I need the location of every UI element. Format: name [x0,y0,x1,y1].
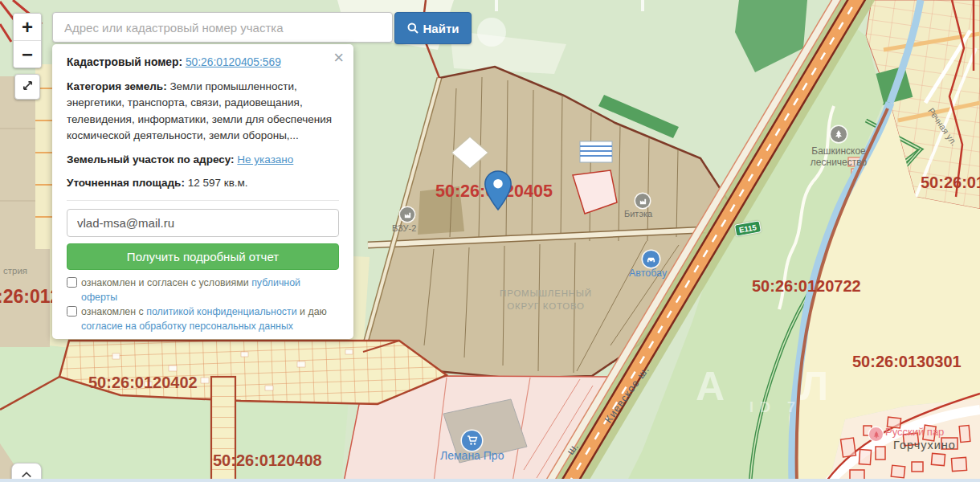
forestry-icon [831,126,847,142]
get-report-button[interactable]: Получить подробный отчет [67,243,339,270]
fullscreen-button[interactable] [14,74,40,100]
place-label-striya: стрия [3,266,27,276]
cadastral-number-row: Кадастровый номер: 50:26:0120405:569 [67,55,339,71]
park-label: Русский пар [885,427,944,438]
lemana-label: Лемана Про [440,450,504,462]
zoom-out-button[interactable]: − [14,40,41,67]
district-label-line2: ОКРУГ КОТОВО [480,300,612,313]
bottom-strip [0,479,980,482]
district-label-line1: ПРОМЫШЛЕННЫЙ [480,288,612,300]
zoom-in-button[interactable]: + [14,14,41,40]
forestry-label-line2: лесничество [802,157,876,169]
divider [67,200,339,201]
address-label: Земельный участок по адресу: [67,153,235,165]
search-icon [407,22,419,34]
search-input[interactable] [52,12,393,43]
parcel-label-0130301: 50:26:0130301 [852,353,962,370]
parcel-label-0120402: 50:26:0120402 [88,374,198,391]
parcel-label-left-partial: :26:012 [0,287,60,307]
address-link[interactable]: Не указано [237,153,293,165]
privacy-consent-row: ознакомлен с политикой конфиденциальност… [67,305,339,333]
privacy-consent-text1: ознакомлен с [81,306,144,317]
search-button[interactable]: Найти [394,12,472,44]
offer-consent-row: ознакомлен и согласен с условиями публич… [67,276,339,304]
map-pin-marker [484,170,512,214]
avtobau-label: Автобау [629,268,667,280]
close-icon[interactable]: × [333,49,344,67]
personal-data-link[interactable]: согласие на обработку персональных данны… [81,321,293,332]
offer-consent-text: ознакомлен и согласен с условиями [81,277,249,288]
parcel-label-0120722: 50:26:0120722 [752,277,861,295]
expand-icon [22,80,34,95]
cadastral-number-link[interactable]: 50:26:0120405:569 [186,56,281,68]
biteka-icon [635,194,650,208]
lemana-cart-icon [462,431,482,451]
zoom-controls: + − [13,13,42,68]
vzu-icon [400,207,414,222]
vzu-label: ВЗУ-2 [392,223,416,233]
area-label: Уточненная площадь: [67,177,185,189]
consent-section: ознакомлен и согласен с условиями публич… [67,276,339,333]
cadastral-map-app: { "colors": { "accent_blue": "#3878b6", … [0,0,980,482]
offer-consent-checkbox[interactable] [67,277,77,288]
address-row: Земельный участок по адресу: Не указано [67,152,339,168]
area-row: Уточненная площадь: 12 597 кв.м. [67,175,339,191]
privacy-policy-link[interactable]: политикой конфиденциальности [146,306,296,317]
area-value: 12 597 кв.м. [188,177,248,189]
village-label-gorchuhino: Горчухино [893,439,956,452]
parcel-label-right-partial: 50:26:01 [921,174,980,191]
privacy-consent-text2: и даю [300,306,327,317]
avtobau-icon [643,251,659,268]
parcel-label-0120408: 50:26:0120408 [213,451,322,469]
land-category-row: Категория земель: Земли промышленности, … [67,79,339,144]
biteka-label: Битэка [624,209,652,219]
striped-building [580,141,612,162]
privacy-consent-checkbox[interactable] [67,306,77,317]
cadastral-number-label: Кадастровый номер: [67,56,182,68]
forestry-label: Башкинское лесничество [802,146,876,169]
land-category-label: Категория земель: [67,80,167,92]
forestry-label-line1: Башкинское [802,146,876,157]
parcel-info-panel: × Кадастровый номер: 50:26:0120405:569 К… [52,44,353,339]
district-label-kotovo: ПРОМЫШЛЕННЫЙ ОКРУГ КОТОВО [480,288,612,312]
search-button-label: Найти [423,22,459,35]
park-icon [869,427,883,441]
email-field[interactable] [67,209,339,237]
